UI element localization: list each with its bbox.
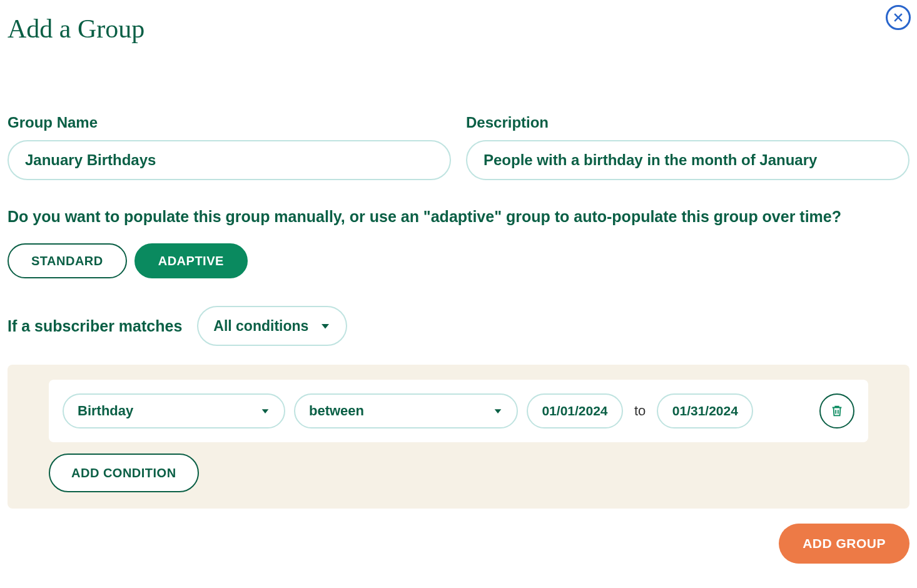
date-to-input[interactable] — [657, 393, 753, 428]
group-name-input[interactable] — [8, 140, 451, 180]
condition-operator-select[interactable]: between — [294, 393, 518, 428]
delete-condition-button[interactable] — [819, 393, 854, 428]
close-button[interactable] — [886, 5, 911, 30]
match-label: If a subscriber matches — [8, 317, 182, 335]
description-label: Description — [466, 114, 909, 131]
to-label: to — [632, 403, 648, 419]
date-from-input[interactable] — [527, 393, 623, 428]
condition-field-value: Birthday — [78, 403, 133, 419]
group-name-label: Group Name — [8, 114, 451, 131]
group-name-block: Group Name — [8, 114, 451, 180]
adaptive-button[interactable]: ADAPTIVE — [134, 243, 248, 278]
condition-field-select[interactable]: Birthday — [63, 393, 285, 428]
description-input[interactable] — [466, 140, 909, 180]
add-group-button[interactable]: ADD GROUP — [779, 524, 909, 564]
condition-operator-value: between — [309, 403, 364, 419]
description-block: Description — [466, 114, 909, 180]
trash-icon — [830, 404, 844, 418]
standard-button[interactable]: STANDARD — [8, 243, 127, 278]
page-title: Add a Group — [0, 0, 917, 44]
chevron-down-icon — [493, 406, 503, 416]
group-type-toggle: STANDARD ADAPTIVE — [8, 243, 909, 278]
footer-row: ADD GROUP — [8, 524, 909, 564]
chevron-down-icon — [320, 320, 331, 332]
match-mode-value: All conditions — [213, 318, 308, 335]
group-type-prompt: Do you want to populate this group manua… — [8, 208, 909, 226]
match-mode-select[interactable]: All conditions — [197, 306, 347, 346]
match-row: If a subscriber matches All conditions — [8, 306, 909, 346]
condition-row: Birthday between to — [49, 380, 868, 442]
chevron-down-icon — [260, 406, 270, 416]
close-icon — [892, 11, 904, 24]
form-area: Group Name Description Do you want to po… — [0, 114, 917, 564]
conditions-panel: Birthday between to ADD CONDITION — [8, 365, 909, 509]
add-condition-button[interactable]: ADD CONDITION — [49, 454, 199, 492]
inputs-row: Group Name Description — [8, 114, 909, 180]
